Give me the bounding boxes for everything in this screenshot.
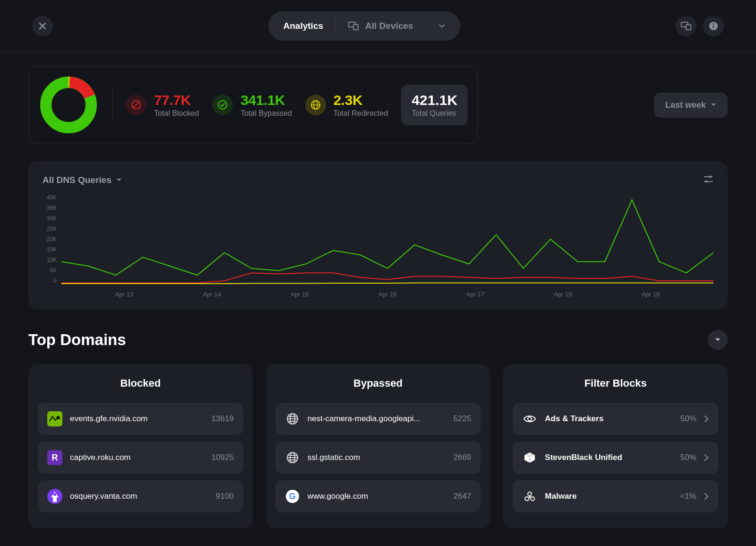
filter-name: Ads & Trackers <box>545 414 673 424</box>
blocked-icon <box>126 95 146 115</box>
total-label: Total Queries <box>412 109 457 118</box>
bypassed-value: 341.1K <box>241 92 292 108</box>
time-range-selector[interactable]: Last week <box>654 93 728 118</box>
domain-row[interactable]: nest-camera-media.googleapi...5225 <box>275 403 481 435</box>
bypassed-card-title: Bypassed <box>275 377 481 390</box>
chart-svg <box>61 194 713 284</box>
devices-button[interactable] <box>676 16 696 36</box>
x-tick: Apr 15 <box>291 291 309 298</box>
domain-row[interactable]: osquery.vanta.com9100 <box>38 480 243 512</box>
y-tick: 30K <box>43 215 57 222</box>
total-value: 421.1K <box>412 92 457 108</box>
domain-row[interactable]: Rcaptive.roku.com10925 <box>38 442 243 474</box>
svg-rect-5 <box>713 26 714 28</box>
chart-y-axis: 40K35K30K25K20K15K10K5K0 <box>43 194 57 284</box>
domain-count: 5225 <box>454 414 472 424</box>
x-tick: Apr 17 <box>466 291 484 298</box>
chevron-right-icon <box>704 493 709 500</box>
chart-plot-area: Apr 13Apr 14Apr 15Apr 16Apr 17Apr 18Apr … <box>61 194 713 298</box>
domain-count: 2669 <box>454 453 472 462</box>
blocked-card-title: Blocked <box>38 377 243 390</box>
caret-down-icon <box>711 103 716 107</box>
redirected-label: Total Redirected <box>334 109 388 118</box>
domain-count: 9100 <box>216 492 234 501</box>
filter-card: Filter Blocks Ads & Trackers50%StevenBla… <box>503 364 728 529</box>
redirected-icon <box>305 95 326 115</box>
filter-row[interactable]: StevenBlack Unified50% <box>513 442 718 474</box>
domain-icon <box>47 489 62 504</box>
filter-percent: <1% <box>680 492 696 501</box>
domain-count: 2647 <box>454 492 472 501</box>
chart-type-selector[interactable]: All DNS Queries <box>43 175 122 185</box>
header-tabs: Analytics All Devices <box>268 11 461 41</box>
filter-name: StevenBlack Unified <box>545 453 673 462</box>
svg-point-6 <box>713 23 714 25</box>
close-button[interactable] <box>32 16 53 36</box>
expand-button[interactable] <box>708 330 728 350</box>
devices-icon <box>348 22 359 30</box>
domain-icon <box>47 411 62 426</box>
x-tick: Apr 16 <box>378 291 396 298</box>
y-tick: 35K <box>43 205 57 211</box>
chart-settings-button[interactable] <box>703 174 713 186</box>
domain-icon: G <box>285 489 300 504</box>
domain-name: osquery.vanta.com <box>70 492 208 501</box>
redirected-value: 2.3K <box>334 92 388 108</box>
filter-icon <box>522 411 537 426</box>
device-selector[interactable]: All Devices <box>336 14 457 38</box>
y-tick: 40K <box>43 194 57 201</box>
stats-row: 77.7K Total Blocked 341.1K Total Bypasse… <box>28 66 728 144</box>
filter-percent: 50% <box>680 414 696 424</box>
svg-point-34 <box>525 497 529 501</box>
x-tick: Apr 14 <box>203 291 221 298</box>
blocked-value: 77.7K <box>154 92 199 108</box>
caret-down-icon <box>116 178 122 182</box>
filter-row[interactable]: Malware<1% <box>513 480 718 512</box>
sliders-icon <box>703 174 713 184</box>
filter-percent: 50% <box>680 453 696 462</box>
svg-point-12 <box>218 101 227 109</box>
chevron-right-icon <box>704 454 709 461</box>
chart-card: All DNS Queries 40K35K30K25K20K15K10K5K0… <box>28 161 728 309</box>
filter-icon <box>522 450 537 465</box>
info-button[interactable] <box>703 16 724 36</box>
x-tick: Apr 18 <box>554 291 572 298</box>
svg-point-33 <box>528 492 532 496</box>
filter-row[interactable]: Ads & Trackers50% <box>513 403 718 435</box>
x-tick: Apr 13 <box>115 291 133 298</box>
chart-series-bypassed <box>61 200 713 275</box>
chevron-down-icon <box>438 24 445 28</box>
bypassed-icon <box>212 95 233 115</box>
stat-redirected: 2.3K Total Redirected <box>305 92 388 118</box>
bypassed-card: Bypassed nest-camera-media.googleapi...5… <box>266 364 490 529</box>
bypassed-label: Total Bypassed <box>241 109 292 118</box>
chart-type-label: All DNS Queries <box>43 175 112 185</box>
domain-icon <box>285 450 300 465</box>
analytics-tab[interactable]: Analytics <box>271 14 335 38</box>
domain-icon <box>285 411 300 426</box>
chevron-right-icon <box>704 415 709 423</box>
divider <box>112 86 112 124</box>
svg-point-20 <box>57 416 60 419</box>
domain-icon: R <box>47 450 62 465</box>
filter-icon <box>522 489 537 504</box>
domain-name: events.gfe.nvidia.com <box>70 414 204 424</box>
y-tick: 20K <box>43 236 57 243</box>
svg-point-21 <box>53 493 56 496</box>
svg-point-32 <box>528 417 532 421</box>
svg-rect-3 <box>686 25 691 30</box>
y-tick: 0 <box>43 277 57 284</box>
domain-row[interactable]: Gwww.google.com2647 <box>275 480 481 512</box>
device-selector-label: All Devices <box>365 21 413 31</box>
y-tick: 10K <box>43 257 57 263</box>
stats-card: 77.7K Total Blocked 341.1K Total Bypasse… <box>28 66 478 144</box>
chart-x-axis: Apr 13Apr 14Apr 15Apr 16Apr 17Apr 18Apr … <box>61 291 713 298</box>
stats-donut <box>38 75 99 135</box>
stat-total: 421.1K Total Queries <box>401 85 468 125</box>
svg-line-11 <box>133 102 139 108</box>
domain-row[interactable]: ssl.gstatic.com2669 <box>275 442 481 474</box>
chart-area: 40K35K30K25K20K15K10K5K0 Apr 13Apr 14Apr… <box>43 194 713 298</box>
top-domains-title: Top Domains <box>28 331 126 349</box>
domain-row[interactable]: events.gfe.nvidia.com13619 <box>38 403 243 435</box>
svg-point-19 <box>705 181 708 183</box>
